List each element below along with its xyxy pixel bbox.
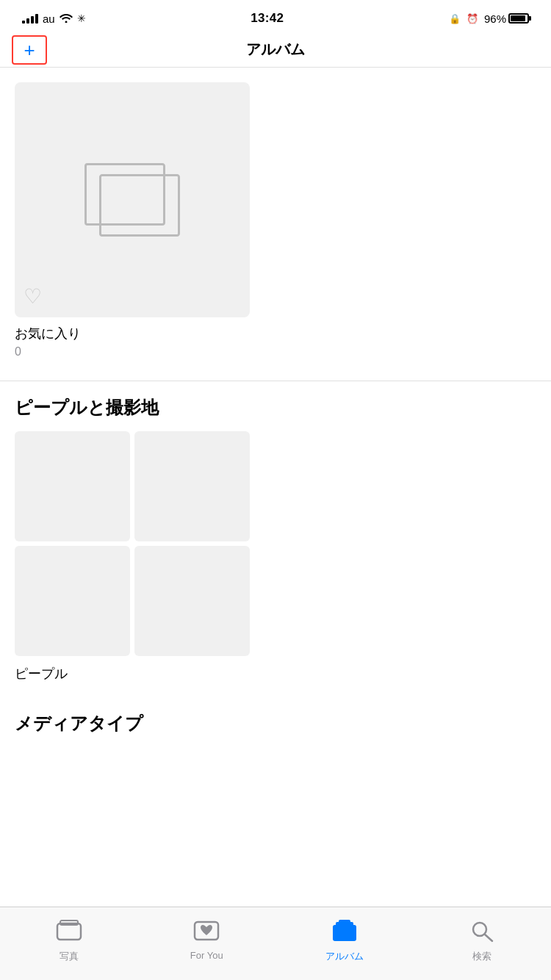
people-places-grid <box>15 431 250 656</box>
tab-photos[interactable]: 写真 <box>0 916 138 963</box>
status-time: 13:42 <box>251 11 284 26</box>
favorites-album-count: 0 <box>15 345 536 359</box>
battery-icon <box>508 13 529 24</box>
page-title: アルバム <box>246 40 305 60</box>
tab-for-you-label: For You <box>190 950 223 961</box>
tab-for-you[interactable]: For You <box>138 916 276 961</box>
add-album-button[interactable]: + <box>12 35 47 65</box>
battery-percent: 96% <box>484 12 506 25</box>
svg-rect-0 <box>57 923 81 940</box>
albums-icon <box>325 916 364 945</box>
loading-icon: ✳ <box>77 12 86 24</box>
tab-bar: 写真 For You アルバム 検索 <box>0 907 551 980</box>
tab-search[interactable]: 検索 <box>414 916 552 963</box>
svg-rect-3 <box>333 925 356 941</box>
tab-albums[interactable]: アルバム <box>276 916 414 963</box>
people-places-section: ピープルと撮影地 ピープル <box>0 381 551 690</box>
heart-icon: ♡ <box>24 284 42 309</box>
tab-search-label: 検索 <box>472 950 491 963</box>
tab-albums-label: アルバム <box>325 950 364 963</box>
status-right: 🔒 ⏰ 96% <box>449 12 529 25</box>
tab-bar-spacer <box>0 747 551 835</box>
carrier-label: au <box>43 12 55 25</box>
favorites-album-name: お気に入り <box>15 325 536 342</box>
for-you-icon <box>187 916 226 945</box>
lock-icon: 🔒 <box>449 13 461 24</box>
media-types-section: メディアタイプ <box>0 690 551 735</box>
photos-icon <box>50 916 88 945</box>
my-albums-section: ♡ お気に入り 0 <box>0 68 551 366</box>
search-icon <box>463 916 501 945</box>
status-bar: au ✳ 13:42 🔒 ⏰ 96% <box>0 0 551 32</box>
album-placeholder-icon <box>84 163 180 237</box>
grid-cell-top-right[interactable] <box>134 431 250 541</box>
status-left: au ✳ <box>22 12 86 25</box>
grid-cell-top-left[interactable] <box>15 431 130 541</box>
people-label: ピープル <box>15 665 536 682</box>
battery-container: 96% <box>484 12 529 25</box>
signal-bars-icon <box>22 13 38 24</box>
media-types-title: メディアタイプ <box>15 712 536 735</box>
plus-icon: + <box>24 40 35 60</box>
alarm-icon: ⏰ <box>467 13 478 24</box>
nav-bar: + アルバム <box>0 32 551 68</box>
favorites-album-thumbnail[interactable]: ♡ <box>15 82 250 317</box>
grid-cell-bottom-left[interactable] <box>15 546 130 656</box>
wifi-icon <box>60 12 73 25</box>
people-places-title: ピープルと撮影地 <box>15 396 536 419</box>
svg-rect-5 <box>339 920 350 923</box>
svg-line-7 <box>485 934 492 941</box>
tab-photos-label: 写真 <box>60 950 79 963</box>
main-content: ♡ お気に入り 0 ピープルと撮影地 ピープル メディアタイプ <box>0 68 551 835</box>
battery-fill <box>511 15 525 21</box>
photo-rect-front <box>99 174 180 237</box>
grid-cell-bottom-right[interactable] <box>134 546 250 656</box>
